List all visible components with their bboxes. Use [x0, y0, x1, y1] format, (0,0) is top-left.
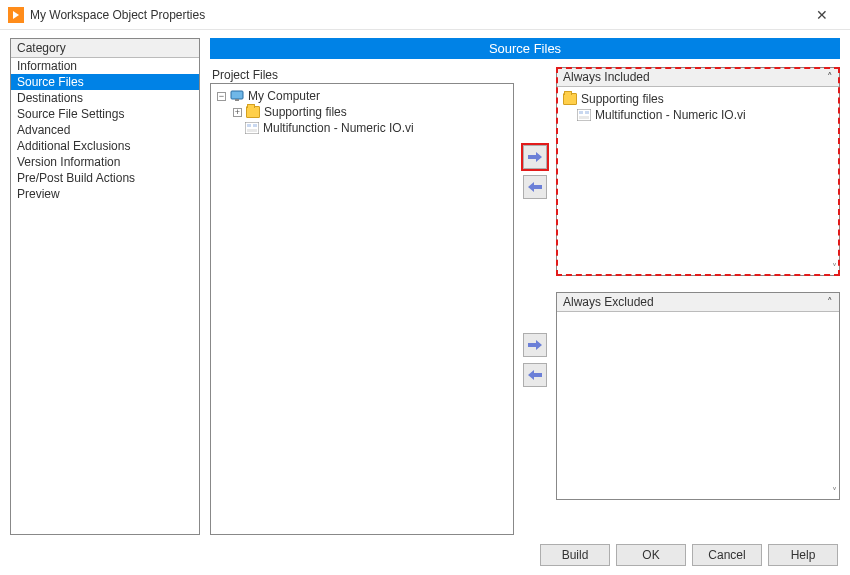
included-folder[interactable]: Supporting files: [563, 91, 833, 107]
chevron-down-icon[interactable]: ˅: [832, 262, 837, 273]
project-files-label: Project Files: [210, 67, 514, 83]
category-item-destinations[interactable]: Destinations: [11, 90, 199, 106]
vi-icon: [245, 122, 259, 134]
tree-vi-label: Multifunction - Numeric IO.vi: [263, 121, 414, 135]
add-to-included-button[interactable]: [523, 145, 547, 169]
always-included-header: Always Included ˄: [557, 68, 839, 87]
svg-rect-8: [585, 111, 589, 114]
remove-from-included-button[interactable]: [523, 175, 547, 199]
chevron-up-icon[interactable]: ˄: [827, 71, 833, 84]
close-icon[interactable]: ✕: [802, 7, 842, 23]
included-folder-label: Supporting files: [581, 92, 664, 106]
category-item-additional-exclusions[interactable]: Additional Exclusions: [11, 138, 199, 154]
svg-rect-9: [579, 116, 589, 119]
category-item-source-files[interactable]: Source Files: [11, 74, 199, 90]
always-excluded-header: Always Excluded ˄: [557, 293, 839, 312]
expand-icon[interactable]: +: [233, 108, 242, 117]
tree-folder[interactable]: + Supporting files: [217, 104, 507, 120]
svg-rect-4: [253, 124, 257, 127]
tree-root[interactable]: − My Computer: [217, 88, 507, 104]
always-excluded-box[interactable]: Always Excluded ˄ ˅: [556, 292, 840, 500]
category-item-pre-post-build-actions[interactable]: Pre/Post Build Actions: [11, 170, 199, 186]
svg-rect-2: [245, 122, 259, 134]
chevron-up-icon[interactable]: ˄: [827, 296, 833, 309]
help-button[interactable]: Help: [768, 544, 838, 566]
always-included-label: Always Included: [563, 70, 650, 84]
chevron-down-icon[interactable]: ˅: [832, 486, 837, 497]
svg-rect-3: [247, 124, 251, 127]
category-list: Information Source Files Destinations So…: [11, 58, 199, 202]
ok-button[interactable]: OK: [616, 544, 686, 566]
svg-rect-7: [579, 111, 583, 114]
remove-from-excluded-button[interactable]: [523, 363, 547, 387]
always-excluded-label: Always Excluded: [563, 295, 654, 309]
add-to-excluded-button[interactable]: [523, 333, 547, 357]
app-icon: [8, 7, 24, 23]
page-title: Source Files: [210, 38, 840, 59]
category-item-source-file-settings[interactable]: Source File Settings: [11, 106, 199, 122]
category-item-advanced[interactable]: Advanced: [11, 122, 199, 138]
svg-rect-5: [247, 129, 257, 132]
category-header: Category: [11, 39, 199, 58]
vi-icon: [577, 109, 591, 121]
svg-rect-1: [235, 99, 239, 101]
always-included-box[interactable]: Always Included ˄ Supporting files: [556, 67, 840, 276]
category-item-information[interactable]: Information: [11, 58, 199, 74]
collapse-icon[interactable]: −: [217, 92, 226, 101]
tree-vi[interactable]: Multifunction - Numeric IO.vi: [217, 120, 507, 136]
build-button[interactable]: Build: [540, 544, 610, 566]
computer-icon: [230, 90, 244, 102]
svg-rect-0: [231, 91, 243, 99]
titlebar: My Workspace Object Properties ✕: [0, 0, 850, 30]
tree-root-label: My Computer: [248, 89, 320, 103]
svg-rect-6: [577, 109, 591, 121]
folder-icon: [563, 93, 577, 105]
tree-folder-label: Supporting files: [264, 105, 347, 119]
project-files-tree[interactable]: − My Computer + Supporting files: [210, 83, 514, 535]
window-title: My Workspace Object Properties: [30, 8, 802, 22]
category-item-version-information[interactable]: Version Information: [11, 154, 199, 170]
folder-icon: [246, 106, 260, 118]
dialog-footer: Build OK Cancel Help: [0, 535, 850, 575]
category-panel: Category Information Source Files Destin…: [10, 38, 200, 535]
included-vi[interactable]: Multifunction - Numeric IO.vi: [563, 107, 833, 123]
category-item-preview[interactable]: Preview: [11, 186, 199, 202]
cancel-button[interactable]: Cancel: [692, 544, 762, 566]
included-vi-label: Multifunction - Numeric IO.vi: [595, 108, 746, 122]
